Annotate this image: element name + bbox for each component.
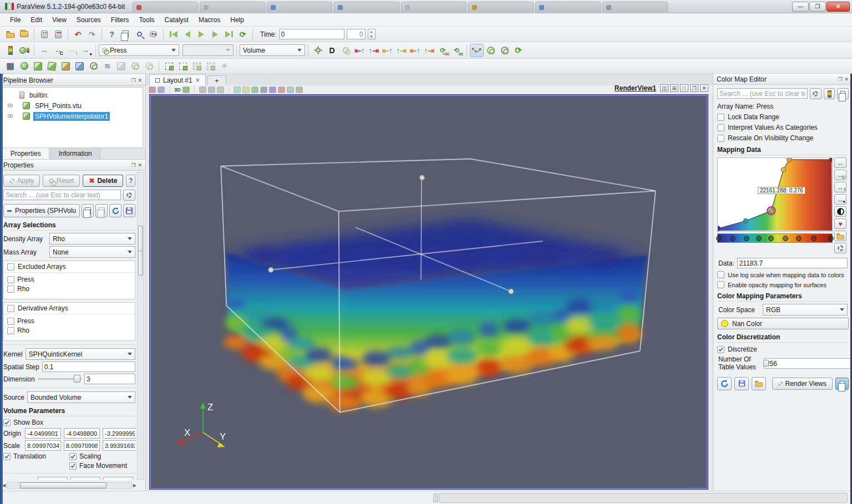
pipeline-item-builtin[interactable]: builtin: [3, 90, 143, 100]
delete-button[interactable]: ✖Delete [83, 175, 123, 187]
layout-tab[interactable]: Layout #1× [149, 74, 206, 85]
colormap-control-point[interactable] [768, 236, 774, 241]
reset-defaults-button[interactable] [109, 204, 121, 217]
origin-y-input[interactable] [64, 428, 100, 439]
lock-data-range-checkbox[interactable] [717, 114, 724, 121]
colormap-control-point[interactable] [828, 236, 834, 241]
rescale-to-temporal-range-button[interactable]: ↔t [834, 182, 846, 192]
resolution-x-input[interactable] [38, 477, 68, 480]
set-view-plus-x-button[interactable]: ⇤↑ [353, 44, 367, 57]
zoom-to-data-button[interactable]: D [325, 44, 339, 57]
show-color-legend-button[interactable] [824, 88, 835, 99]
origin-z-input[interactable] [103, 428, 136, 439]
reset-center-button[interactable] [498, 44, 511, 57]
slice-filter-button[interactable] [45, 59, 59, 73]
zoom-closest-button[interactable] [339, 44, 353, 57]
view-tool-icon[interactable] [208, 86, 215, 93]
clip-filter-button[interactable] [31, 59, 45, 73]
set-view-minus-x-button[interactable]: ↑⇥ [367, 44, 381, 57]
interaction-mode-3d[interactable]: 3D [174, 87, 181, 93]
data-value-input[interactable] [737, 258, 848, 268]
help-button[interactable]: ? [105, 28, 119, 41]
excluded-press-checkbox[interactable] [7, 276, 14, 283]
resolution-y-input[interactable] [70, 477, 100, 480]
menu-sources[interactable]: Sources [72, 14, 105, 26]
menu-file[interactable]: File [6, 14, 25, 26]
stream-tracer-button[interactable]: ≋ [100, 59, 114, 73]
undock-panel-icon[interactable]: ❐ [131, 78, 135, 83]
restore-default-button[interactable] [752, 377, 766, 390]
save-data-button[interactable] [17, 28, 31, 41]
new-layout-tab[interactable]: + [207, 75, 226, 85]
close-panel-icon[interactable]: ✕ [138, 162, 142, 168]
origin-x-input[interactable] [25, 428, 61, 439]
colormap-control-point[interactable] [796, 236, 802, 241]
menu-edit[interactable]: Edit [26, 14, 47, 26]
auto-update-toggle[interactable] [835, 378, 849, 390]
undock-view-button[interactable]: ❐ [690, 84, 698, 92]
colormap-control-point[interactable] [811, 236, 816, 241]
split-horizontal-button[interactable]: ◫ [660, 84, 668, 92]
statusbar-splitter-grip[interactable] [433, 493, 438, 502]
contour-filter-button[interactable] [17, 59, 31, 73]
scale-y-input[interactable] [64, 440, 100, 451]
properties-horizontal-scrollbar[interactable]: ◀ ▶ [2, 481, 136, 490]
undock-panel-icon[interactable]: ❐ [838, 77, 842, 82]
cme-search-input[interactable] [717, 88, 808, 99]
translation-checkbox[interactable] [3, 453, 11, 460]
rescale-temporal-range-button[interactable]: ↔t [65, 44, 79, 57]
menu-filters[interactable]: Filters [106, 14, 134, 26]
glyph-filter-button[interactable] [87, 59, 100, 73]
time-input[interactable] [279, 29, 344, 39]
redo-button[interactable]: ↷ [85, 28, 99, 41]
set-view-minus-z-button[interactable]: ↑⇥ [422, 44, 436, 57]
menu-catalyst[interactable]: Catalyst [160, 14, 193, 26]
reset-button[interactable]: Reset [43, 175, 80, 187]
save-as-default-button[interactable] [734, 377, 749, 390]
table-values-input[interactable] [764, 358, 852, 369]
color-space-select[interactable]: RGB [763, 304, 848, 315]
undock-panel-icon[interactable]: ❐ [131, 162, 135, 168]
view-tool-icon[interactable] [260, 86, 267, 93]
show-center-of-rotation-toggle[interactable] [484, 44, 498, 57]
refresh-views-button[interactable] [717, 377, 732, 390]
calculator-filter-button[interactable]: ▦ [3, 59, 17, 73]
dimension-input[interactable] [84, 374, 135, 384]
density-array-select[interactable]: Rho [49, 233, 135, 245]
representation-select[interactable]: Volume [240, 44, 305, 56]
undo-button[interactable]: ↶ [71, 28, 85, 41]
log-scale-checkbox[interactable] [717, 271, 724, 278]
render-viewport[interactable]: Z X Y [150, 95, 708, 489]
close-panel-icon[interactable]: ✕ [138, 78, 142, 83]
apply-button[interactable]: Apply [3, 175, 40, 187]
face-movement-checkbox[interactable] [69, 462, 77, 470]
maximize-view-button[interactable]: □ [680, 84, 688, 92]
view-tool-icon[interactable] [217, 86, 224, 93]
view-tool-icon[interactable] [149, 86, 156, 93]
minimize-button[interactable]: — [792, 2, 809, 12]
nan-color-button[interactable]: Nan Color [717, 318, 849, 329]
view-tool-icon[interactable] [182, 86, 190, 93]
play-button[interactable] [194, 28, 208, 41]
group-datasets-button[interactable] [128, 59, 142, 73]
rescale-to-visible-range-button[interactable]: ↔● [834, 194, 846, 205]
split-vertical-button[interactable]: ⊟ [670, 84, 678, 92]
colormap-control-point[interactable] [716, 236, 722, 241]
properties-search-input[interactable] [3, 190, 121, 200]
colormap-control-point[interactable] [730, 236, 736, 241]
loop-button[interactable]: ⟳ [236, 28, 250, 41]
colormap-control-point[interactable] [744, 236, 749, 241]
colormap-control-point[interactable] [783, 236, 788, 241]
copy-properties-button[interactable] [82, 204, 94, 217]
derivative-arrays-checkbox[interactable] [7, 305, 14, 312]
excluded-rho-checkbox[interactable] [7, 286, 14, 293]
visibility-eye-icon[interactable] [6, 113, 15, 119]
show-orientation-axes-toggle[interactable]: ⤡↗ [470, 44, 484, 57]
opacity-surfaces-checkbox[interactable] [717, 281, 724, 288]
extract-group-button[interactable] [142, 59, 156, 73]
select-points-on-button[interactable] [176, 59, 190, 73]
advanced-options-gear-button[interactable] [834, 243, 846, 253]
view-tool-icon[interactable] [251, 86, 258, 93]
tab-properties[interactable]: Properties [2, 147, 49, 159]
resolution-z-input[interactable] [103, 477, 133, 480]
